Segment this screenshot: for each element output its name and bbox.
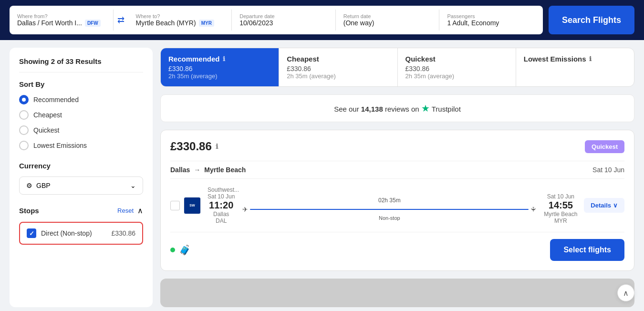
sort-option-cheapest[interactable]: Cheapest: [19, 110, 143, 120]
route-header: Dallas → Myrtle Beach Sat 10 Jun: [170, 161, 624, 179]
nonstop-label: Non-stop: [379, 215, 400, 221]
route-from: Dallas: [170, 166, 190, 174]
to-code: MYR: [199, 20, 214, 27]
trustpilot-count: 14,138: [361, 105, 383, 113]
currency-title: Currency: [19, 162, 143, 170]
arr-date: Sat 10 Jun: [544, 193, 577, 200]
sort-by-title: Sort By: [19, 80, 143, 88]
stops-reset-button[interactable]: Reset: [117, 207, 134, 214]
trustpilot-middle: reviews on: [383, 105, 421, 113]
trustpilot-brand: Trustpilot: [432, 105, 461, 113]
price-info-icon: ℹ: [216, 143, 218, 150]
tab-recommended[interactable]: Recommended ℹ £330.86 2h 35m (average): [161, 48, 279, 86]
currency-value: GBP: [36, 182, 51, 189]
sort-radio-group: Recommended Cheapest Quickest Lowest Emi…: [19, 95, 143, 150]
sort-option-quickest[interactable]: Quickest: [19, 125, 143, 135]
header: Where from? Dallas / Fort Worth I... DFW…: [0, 0, 644, 40]
from-value: Dallas / Fort Worth I...: [17, 19, 82, 27]
tab-quickest-time: 2h 35m (average): [405, 73, 508, 80]
flight-price: £330.86 ℹ: [170, 140, 218, 153]
trustpilot-star-icon: ★: [421, 103, 430, 114]
next-card-preview: [160, 279, 634, 307]
flight-card: £330.86 ℹ Quickest Dallas → Myrtle Beach…: [160, 130, 634, 271]
airline-name: Southwest...: [208, 187, 577, 193]
currency-chevron-icon: ⌄: [130, 182, 136, 189]
sort-option-lowest-emissions[interactable]: Lowest Emissions: [19, 141, 143, 150]
sort-option-recommended[interactable]: Recommended: [19, 95, 143, 104]
stops-title: Stops: [19, 207, 39, 215]
tab-lowest-emissions-label: Lowest Emissions: [524, 55, 586, 63]
luggage-section: 🧳: [170, 244, 191, 256]
select-flights-button[interactable]: Select flights: [550, 239, 624, 261]
flight-checkbox[interactable]: [170, 201, 180, 210]
flight-progress-bar: [250, 209, 529, 210]
quickest-badge: Quickest: [585, 140, 624, 153]
tab-cheapest-label: Cheapest: [287, 55, 319, 63]
dep-time: 11:20: [208, 200, 235, 211]
to-field[interactable]: Where to? Myrtle Beach (MYR) MYR: [128, 10, 232, 31]
direct-stop-price: £330.86: [111, 229, 135, 237]
details-button[interactable]: Details ∨: [584, 198, 624, 213]
passengers-label: Passengers: [447, 13, 535, 19]
arr-time: 14:55: [544, 200, 577, 211]
details-label: Details: [591, 202, 611, 209]
flight-duration: 02h 35m: [378, 197, 401, 204]
luggage-icon: 🧳: [179, 244, 191, 256]
details-chevron-icon: ∨: [613, 202, 618, 209]
radio-lowest-emissions: [19, 141, 29, 150]
radio-quickest-label: Quickest: [33, 126, 59, 134]
stops-collapse-icon: ∧: [137, 206, 143, 215]
dep-date: Sat 10 Jun: [208, 193, 235, 200]
plane-depart-icon: ✈: [242, 206, 248, 213]
flight-line: 02h 35m ✈ ✈ Non-stop: [242, 197, 536, 221]
arr-city: Myrtle Beach: [544, 211, 577, 218]
flight-row: SW Southwest... Sat 10 Jun 11:20 Dallas …: [170, 187, 624, 224]
tab-quickest-label: Quickest: [405, 55, 436, 63]
from-code: DFW: [85, 20, 101, 27]
luggage-dot: [170, 248, 175, 252]
sidebar: Showing 2 of 33 Results Sort By Recommen…: [10, 48, 153, 307]
search-bar: Where from? Dallas / Fort Worth I... DFW…: [10, 6, 543, 34]
currency-section: Currency ⚙ GBP ⌄: [19, 162, 143, 195]
from-field[interactable]: Where from? Dallas / Fort Worth I... DFW: [10, 10, 114, 31]
departure-label: Departure date: [239, 13, 328, 19]
passengers-field[interactable]: Passengers 1 Adult, Economy: [439, 10, 543, 31]
departure-field[interactable]: Departure date 10/06/2023: [232, 10, 336, 31]
price-value: £330.86: [170, 140, 212, 153]
direct-stop-item[interactable]: Direct (Non-stop) £330.86: [19, 222, 143, 245]
tab-cheapest[interactable]: Cheapest £330.86 2h 35m (average): [279, 48, 397, 86]
passengers-value: 1 Adult, Economy: [447, 19, 499, 27]
route-arrow-icon: →: [194, 166, 200, 174]
flight-details: Southwest... Sat 10 Jun 11:20 Dallas DAL…: [208, 187, 577, 224]
tab-cheapest-price: £330.86: [287, 65, 389, 73]
to-value: Myrtle Beach (MYR): [136, 19, 196, 27]
dep-airport: DAL: [208, 218, 235, 224]
scroll-to-top-button[interactable]: ∧: [617, 284, 634, 301]
tab-lowest-emissions[interactable]: Lowest Emissions ℹ: [516, 48, 634, 86]
currency-select[interactable]: ⚙ GBP ⌄: [19, 176, 143, 195]
route-date: Sat 10 Jun: [592, 166, 624, 174]
return-value: (One way): [343, 19, 374, 27]
trustpilot-bar: See our 14,138 reviews on ★ Trustpilot: [160, 94, 634, 122]
swap-button[interactable]: ⇄: [114, 15, 128, 25]
tab-quickest[interactable]: Quickest £330.86 2h 35m (average): [398, 48, 516, 86]
arrival-info: Sat 10 Jun 14:55 Myrtle Beach MYR: [544, 193, 577, 224]
airline-selector: SW: [170, 197, 201, 214]
flight-times: Sat 10 Jun 11:20 Dallas DAL 02h 35m ✈ ✈: [208, 193, 577, 224]
return-field[interactable]: Return date (One way): [336, 10, 440, 31]
tab-lowest-emissions-info-icon: ℹ: [589, 55, 592, 62]
airline-logo: SW: [184, 197, 201, 214]
tab-quickest-price: £330.86: [405, 65, 508, 73]
tab-recommended-label: Recommended: [168, 55, 220, 63]
search-flights-button[interactable]: Search Flights: [549, 6, 634, 34]
airline-logo-inner: SW: [184, 197, 200, 214]
to-label: Where to?: [136, 13, 224, 19]
stops-section: Stops Reset ∧ Direct (Non-stop) £330.86: [19, 206, 143, 245]
from-label: Where from?: [17, 13, 105, 19]
plane-arrive-icon: ✈: [530, 207, 537, 212]
radio-recommended: [19, 95, 29, 104]
radio-cheapest: [19, 110, 29, 120]
dep-city: Dallas: [208, 211, 235, 218]
return-label: Return date: [343, 13, 432, 19]
sort-tabs: Recommended ℹ £330.86 2h 35m (average) C…: [160, 48, 634, 87]
